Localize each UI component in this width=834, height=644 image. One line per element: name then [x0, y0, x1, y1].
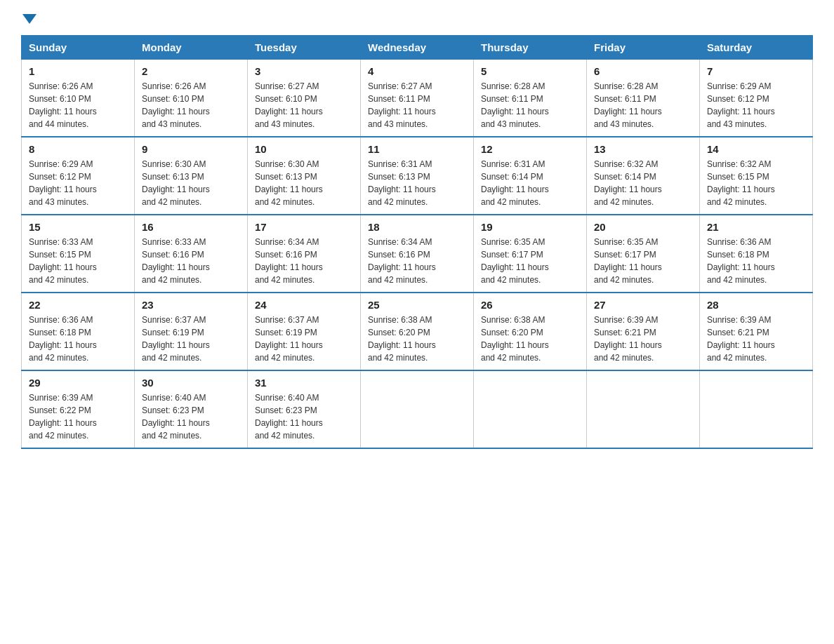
weekday-header-wednesday: Wednesday [361, 36, 474, 60]
calendar-cell: 20Sunrise: 6:35 AMSunset: 6:17 PMDayligh… [587, 215, 700, 293]
calendar-cell: 8Sunrise: 6:29 AMSunset: 6:12 PMDaylight… [22, 137, 135, 215]
day-info: Sunrise: 6:29 AMSunset: 6:12 PMDaylight:… [29, 158, 127, 208]
calendar-body: 1Sunrise: 6:26 AMSunset: 6:10 PMDaylight… [22, 60, 813, 449]
calendar-cell: 27Sunrise: 6:39 AMSunset: 6:21 PMDayligh… [587, 293, 700, 370]
weekday-header-saturday: Saturday [700, 36, 813, 60]
day-info: Sunrise: 6:33 AMSunset: 6:15 PMDaylight:… [29, 236, 127, 286]
calendar-cell: 4Sunrise: 6:27 AMSunset: 6:11 PMDaylight… [361, 60, 474, 137]
weekday-header-row: SundayMondayTuesdayWednesdayThursdayFrid… [22, 36, 813, 60]
day-number: 31 [255, 377, 353, 389]
day-number: 2 [142, 65, 240, 77]
weekday-header-friday: Friday [587, 36, 700, 60]
calendar-cell: 5Sunrise: 6:28 AMSunset: 6:11 PMDaylight… [474, 60, 587, 137]
calendar-cell: 18Sunrise: 6:34 AMSunset: 6:16 PMDayligh… [361, 215, 474, 293]
calendar-cell: 23Sunrise: 6:37 AMSunset: 6:19 PMDayligh… [135, 293, 248, 370]
day-number: 7 [707, 65, 805, 77]
calendar-cell: 21Sunrise: 6:36 AMSunset: 6:18 PMDayligh… [700, 215, 813, 293]
day-info: Sunrise: 6:37 AMSunset: 6:19 PMDaylight:… [255, 314, 353, 364]
page-header [21, 14, 813, 21]
day-info: Sunrise: 6:31 AMSunset: 6:14 PMDaylight:… [481, 158, 579, 208]
day-info: Sunrise: 6:36 AMSunset: 6:18 PMDaylight:… [707, 236, 805, 286]
day-info: Sunrise: 6:32 AMSunset: 6:14 PMDaylight:… [594, 158, 692, 208]
day-info: Sunrise: 6:27 AMSunset: 6:10 PMDaylight:… [255, 80, 353, 130]
day-number: 15 [29, 221, 127, 233]
calendar-cell: 3Sunrise: 6:27 AMSunset: 6:10 PMDaylight… [248, 60, 361, 137]
calendar-cell: 1Sunrise: 6:26 AMSunset: 6:10 PMDaylight… [22, 60, 135, 137]
day-info: Sunrise: 6:36 AMSunset: 6:18 PMDaylight:… [29, 314, 127, 364]
day-number: 4 [368, 65, 466, 77]
calendar-cell: 7Sunrise: 6:29 AMSunset: 6:12 PMDaylight… [700, 60, 813, 137]
day-info: Sunrise: 6:30 AMSunset: 6:13 PMDaylight:… [255, 158, 353, 208]
calendar-cell: 16Sunrise: 6:33 AMSunset: 6:16 PMDayligh… [135, 215, 248, 293]
calendar-cell [700, 370, 813, 448]
day-number: 23 [142, 299, 240, 311]
day-number: 18 [368, 221, 466, 233]
day-info: Sunrise: 6:33 AMSunset: 6:16 PMDaylight:… [142, 236, 240, 286]
calendar-cell: 28Sunrise: 6:39 AMSunset: 6:21 PMDayligh… [700, 293, 813, 370]
day-info: Sunrise: 6:31 AMSunset: 6:13 PMDaylight:… [368, 158, 466, 208]
day-info: Sunrise: 6:39 AMSunset: 6:21 PMDaylight:… [707, 314, 805, 364]
day-info: Sunrise: 6:29 AMSunset: 6:12 PMDaylight:… [707, 80, 805, 130]
day-info: Sunrise: 6:27 AMSunset: 6:11 PMDaylight:… [368, 80, 466, 130]
calendar-cell: 6Sunrise: 6:28 AMSunset: 6:11 PMDaylight… [587, 60, 700, 137]
day-number: 21 [707, 221, 805, 233]
calendar-cell: 30Sunrise: 6:40 AMSunset: 6:23 PMDayligh… [135, 370, 248, 448]
weekday-header-monday: Monday [135, 36, 248, 60]
week-row-5: 29Sunrise: 6:39 AMSunset: 6:22 PMDayligh… [22, 370, 813, 448]
day-info: Sunrise: 6:35 AMSunset: 6:17 PMDaylight:… [594, 236, 692, 286]
calendar-cell: 22Sunrise: 6:36 AMSunset: 6:18 PMDayligh… [22, 293, 135, 370]
day-info: Sunrise: 6:34 AMSunset: 6:16 PMDaylight:… [368, 236, 466, 286]
day-number: 29 [29, 377, 127, 389]
calendar-cell: 17Sunrise: 6:34 AMSunset: 6:16 PMDayligh… [248, 215, 361, 293]
day-number: 20 [594, 221, 692, 233]
weekday-header-tuesday: Tuesday [248, 36, 361, 60]
day-info: Sunrise: 6:35 AMSunset: 6:17 PMDaylight:… [481, 236, 579, 286]
day-number: 12 [481, 143, 579, 155]
calendar-table: SundayMondayTuesdayWednesdayThursdayFrid… [21, 35, 813, 449]
day-number: 11 [368, 143, 466, 155]
calendar-cell: 31Sunrise: 6:40 AMSunset: 6:23 PMDayligh… [248, 370, 361, 448]
day-number: 27 [594, 299, 692, 311]
calendar-cell: 29Sunrise: 6:39 AMSunset: 6:22 PMDayligh… [22, 370, 135, 448]
week-row-4: 22Sunrise: 6:36 AMSunset: 6:18 PMDayligh… [22, 293, 813, 370]
day-number: 26 [481, 299, 579, 311]
day-number: 16 [142, 221, 240, 233]
calendar-cell [587, 370, 700, 448]
calendar-cell: 9Sunrise: 6:30 AMSunset: 6:13 PMDaylight… [135, 137, 248, 215]
day-number: 30 [142, 377, 240, 389]
weekday-header-thursday: Thursday [474, 36, 587, 60]
calendar-cell: 19Sunrise: 6:35 AMSunset: 6:17 PMDayligh… [474, 215, 587, 293]
day-number: 6 [594, 65, 692, 77]
day-number: 25 [368, 299, 466, 311]
day-info: Sunrise: 6:37 AMSunset: 6:19 PMDaylight:… [142, 314, 240, 364]
day-info: Sunrise: 6:39 AMSunset: 6:21 PMDaylight:… [594, 314, 692, 364]
day-info: Sunrise: 6:40 AMSunset: 6:23 PMDaylight:… [142, 391, 240, 442]
calendar-cell: 10Sunrise: 6:30 AMSunset: 6:13 PMDayligh… [248, 137, 361, 215]
day-info: Sunrise: 6:30 AMSunset: 6:13 PMDaylight:… [142, 158, 240, 208]
logo-arrow-icon [22, 14, 37, 24]
week-row-2: 8Sunrise: 6:29 AMSunset: 6:12 PMDaylight… [22, 137, 813, 215]
day-number: 14 [707, 143, 805, 155]
calendar-cell: 12Sunrise: 6:31 AMSunset: 6:14 PMDayligh… [474, 137, 587, 215]
day-info: Sunrise: 6:40 AMSunset: 6:23 PMDaylight:… [255, 391, 353, 442]
day-number: 10 [255, 143, 353, 155]
day-number: 1 [29, 65, 127, 77]
day-number: 9 [142, 143, 240, 155]
day-info: Sunrise: 6:34 AMSunset: 6:16 PMDaylight:… [255, 236, 353, 286]
day-info: Sunrise: 6:26 AMSunset: 6:10 PMDaylight:… [29, 80, 127, 130]
day-number: 24 [255, 299, 353, 311]
calendar-cell [474, 370, 587, 448]
calendar-cell: 24Sunrise: 6:37 AMSunset: 6:19 PMDayligh… [248, 293, 361, 370]
day-number: 19 [481, 221, 579, 233]
day-number: 8 [29, 143, 127, 155]
calendar-cell: 14Sunrise: 6:32 AMSunset: 6:15 PMDayligh… [700, 137, 813, 215]
calendar-cell: 25Sunrise: 6:38 AMSunset: 6:20 PMDayligh… [361, 293, 474, 370]
calendar-cell: 15Sunrise: 6:33 AMSunset: 6:15 PMDayligh… [22, 215, 135, 293]
day-number: 3 [255, 65, 353, 77]
day-info: Sunrise: 6:26 AMSunset: 6:10 PMDaylight:… [142, 80, 240, 130]
day-info: Sunrise: 6:38 AMSunset: 6:20 PMDaylight:… [368, 314, 466, 364]
day-info: Sunrise: 6:28 AMSunset: 6:11 PMDaylight:… [481, 80, 579, 130]
day-number: 5 [481, 65, 579, 77]
calendar-cell: 26Sunrise: 6:38 AMSunset: 6:20 PMDayligh… [474, 293, 587, 370]
day-number: 17 [255, 221, 353, 233]
